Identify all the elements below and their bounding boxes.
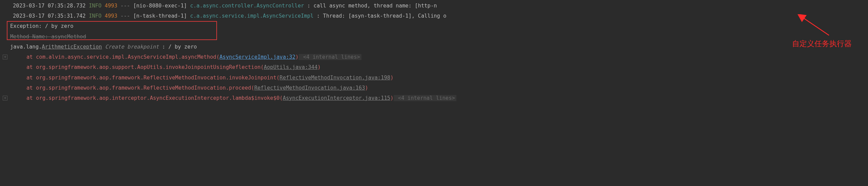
stack-suffix: ) — [295, 54, 298, 60]
stack-text: at org.springframework.aop.interceptor.A… — [26, 95, 283, 101]
stack-frame: at org.springframework.aop.support.AopUt… — [0, 62, 868, 72]
method-name-line: Method Name: asyncMethod — [0, 32, 868, 42]
log-level: INFO — [89, 13, 101, 19]
stack-frame: + at com.alvin.async.service.impl.AsyncS… — [0, 52, 868, 62]
exception-message: : / by zero — [159, 44, 197, 50]
stack-suffix: ) — [318, 64, 321, 70]
log-level: INFO — [89, 3, 101, 9]
expand-icon[interactable]: + — [3, 55, 7, 59]
stack-suffix: ) — [390, 95, 393, 101]
log-line: 2023-03-17 07:35:31.742 INFO 4993 --- [n… — [0, 11, 868, 21]
exception-class-line: java.lang.ArithmeticException Create bre… — [0, 42, 868, 52]
log-dashes: --- — [120, 3, 130, 9]
log-timestamp: 2023-03-17 07:35:31.742 — [13, 13, 86, 19]
log-message: : call async method, thread name: [http-… — [307, 3, 437, 9]
log-thread: [nio-8080-exec-1] — [133, 3, 187, 9]
stack-text: at org.springframework.aop.support.AopUt… — [26, 64, 264, 70]
log-logger: c.a.async.controller.AsyncController — [190, 3, 304, 9]
stack-frame: at org.springframework.aop.framework.Ref… — [0, 83, 868, 93]
log-line: 2023-03-17 07:35:28.732 INFO 4993 --- [n… — [0, 1, 868, 11]
log-pid: 4993 — [105, 3, 117, 9]
internal-lines-hint[interactable]: <4 internal lines> — [394, 95, 456, 101]
stack-text: at org.springframework.aop.framework.Ref… — [26, 85, 254, 91]
log-logger: c.a.async.service.impl.AsyncServiceImpl — [190, 13, 314, 19]
log-dashes: --- — [120, 13, 130, 19]
stack-suffix: ) — [365, 85, 368, 91]
exception-text: Exception: / by zero — [0, 21, 868, 31]
create-breakpoint-link[interactable]: Create breakpoint — [105, 44, 159, 50]
method-name-text: Method Name: asyncMethod — [10, 34, 86, 40]
expand-icon[interactable]: + — [3, 96, 7, 100]
source-link[interactable]: AsyncExecutionInterceptor.java:115 — [283, 95, 390, 101]
log-message: : Thread: [asyn-task-thread-1], Calling … — [317, 13, 447, 19]
exception-class-link[interactable]: ArithmeticException — [42, 44, 102, 50]
source-link[interactable]: AopUtils.java:344 — [264, 64, 318, 70]
stack-text: at com.alvin.async.service.impl.AsyncSer… — [26, 54, 219, 60]
stack-frame: at org.springframework.aop.framework.Ref… — [0, 73, 868, 83]
internal-lines-hint[interactable]: <4 internal lines> — [299, 54, 361, 60]
stack-text: at org.springframework.aop.framework.Ref… — [26, 75, 280, 81]
log-thread: [n-task-thread-1] — [133, 13, 187, 19]
log-timestamp: 2023-03-17 07:35:28.732 — [13, 3, 86, 9]
stack-frame: + at org.springframework.aop.interceptor… — [0, 93, 868, 103]
stack-suffix: ) — [390, 75, 393, 81]
log-pid: 4993 — [105, 13, 117, 19]
source-link[interactable]: AsyncServiceImpl.java:32 — [219, 54, 295, 60]
exception-package: java.lang. — [10, 44, 42, 50]
source-link[interactable]: ReflectiveMethodInvocation.java:198 — [280, 75, 391, 81]
source-link[interactable]: ReflectiveMethodInvocation.java:163 — [254, 85, 365, 91]
